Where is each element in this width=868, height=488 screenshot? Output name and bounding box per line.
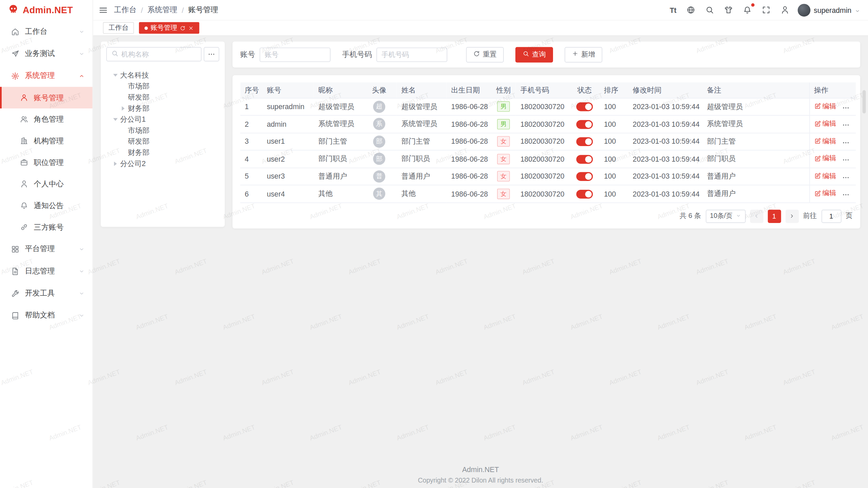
status-toggle[interactable] xyxy=(576,137,593,146)
sidebar-subitem-4[interactable]: 职位管理 xyxy=(0,151,93,173)
reset-button[interactable]: 重置 xyxy=(466,47,504,62)
cell-sort: 100 xyxy=(599,98,628,115)
status-toggle[interactable] xyxy=(576,155,593,163)
edit-button[interactable]: 编辑 xyxy=(814,154,836,163)
edit-button[interactable]: 编辑 xyxy=(814,189,836,198)
header-search-icon[interactable] xyxy=(705,5,714,15)
ellipsis-icon xyxy=(842,156,849,164)
sidebar-menu: 工作台业务测试系统管理账号管理角色管理机构管理职位管理个人中心通知公告三方账号平… xyxy=(0,20,93,326)
chevron-down-icon xyxy=(79,246,85,252)
logo-mark-icon xyxy=(8,4,19,15)
sidebar-item-4[interactable]: 平台管理 xyxy=(0,238,93,260)
sidebar-subitem-7[interactable]: 三方账号 xyxy=(0,216,93,238)
header-theme-icon[interactable] xyxy=(724,5,733,15)
cell-modified-time: 2023-01-03 10:59:44 xyxy=(628,115,703,133)
account-filter-input[interactable] xyxy=(260,47,331,62)
status-toggle[interactable] xyxy=(576,102,593,111)
more-actions-button[interactable] xyxy=(842,191,849,199)
sidebar-subitem-2[interactable]: 角色管理 xyxy=(0,108,93,130)
sidebar-item-2[interactable]: 业务测试 xyxy=(0,43,93,65)
more-actions-button[interactable] xyxy=(842,104,849,112)
cell-nickname: 普通用户 xyxy=(314,168,361,185)
home-icon xyxy=(11,27,19,36)
book-icon xyxy=(11,311,19,319)
column-header-13: 操作 xyxy=(809,82,856,98)
more-actions-button[interactable] xyxy=(842,139,849,146)
header-font-size-icon[interactable]: Tt xyxy=(670,5,676,15)
cell-actions: 编辑 xyxy=(809,133,856,150)
tree-node[interactable]: 市场部 xyxy=(106,125,219,136)
tree-node[interactable]: 市场部 xyxy=(106,81,219,92)
sidebar-item-7[interactable]: 帮助文档 xyxy=(0,304,93,326)
tab-1[interactable]: 工作台 xyxy=(103,22,134,34)
edit-icon xyxy=(814,173,821,180)
next-page-button[interactable] xyxy=(785,209,798,223)
add-button[interactable]: 新增 xyxy=(565,47,602,62)
breadcrumb-item[interactable]: 工作台 xyxy=(114,5,136,15)
scrollbar-thumb[interactable] xyxy=(863,90,866,114)
tree-node-label: 研发部 xyxy=(128,137,150,146)
column-header-12: 备注 xyxy=(703,82,809,98)
header-notification-bell-icon[interactable] xyxy=(742,5,752,15)
tree-node[interactable]: 分公司1 xyxy=(106,114,219,125)
sidebar-item-3[interactable]: 系统管理 xyxy=(0,65,93,87)
phone-filter-input[interactable] xyxy=(376,47,447,62)
cell-sort: 100 xyxy=(599,168,628,185)
sidebar-subitem-5[interactable]: 个人中心 xyxy=(0,173,93,195)
cell-remark: 部门主管 xyxy=(703,133,809,150)
sidebar-subitem-1[interactable]: 账号管理 xyxy=(0,87,93,108)
org-search-input[interactable] xyxy=(121,50,197,58)
edit-icon xyxy=(814,120,821,127)
filter-bar: 账号 手机号码 重置 查询 xyxy=(233,41,860,67)
edit-button[interactable]: 编辑 xyxy=(814,119,836,128)
page-size-select[interactable]: 10条/页 xyxy=(706,209,746,223)
header-fullscreen-icon[interactable] xyxy=(761,5,771,15)
logo[interactable]: Admin.NET xyxy=(0,0,93,20)
sidebar-item-5[interactable]: 日志管理 xyxy=(0,260,93,282)
column-header-11: 修改时间 xyxy=(628,82,703,98)
header-profile-icon[interactable] xyxy=(780,5,790,15)
tree-node[interactable]: 研发部 xyxy=(106,92,219,103)
user-menu[interactable]: superadmin xyxy=(798,4,860,17)
org-more-button[interactable] xyxy=(204,47,219,61)
breadcrumb-item[interactable]: 系统管理 xyxy=(147,5,177,15)
hamburger-menu-icon[interactable] xyxy=(99,5,108,15)
tree-node[interactable]: 大名科技 xyxy=(106,70,219,81)
tree-node[interactable]: 财务部 xyxy=(106,147,219,158)
status-toggle[interactable] xyxy=(576,120,593,129)
goto-page-input[interactable] xyxy=(821,209,841,223)
status-toggle[interactable] xyxy=(576,172,593,181)
sidebar-subitem-label: 通知公告 xyxy=(34,201,64,210)
tab-refresh-icon[interactable] xyxy=(180,25,185,30)
edit-button[interactable]: 编辑 xyxy=(814,102,836,111)
column-header-10: 排序 xyxy=(599,82,628,98)
sidebar-subitem-3[interactable]: 机构管理 xyxy=(0,130,93,152)
tree-node[interactable]: 分公司2 xyxy=(106,158,219,169)
prev-page-button[interactable] xyxy=(750,209,763,223)
user-avatar[interactable] xyxy=(798,4,811,17)
edit-icon xyxy=(814,190,821,197)
more-actions-button[interactable] xyxy=(842,121,849,129)
building-icon xyxy=(20,137,28,145)
status-toggle[interactable] xyxy=(576,189,593,198)
search-button[interactable]: 查询 xyxy=(515,47,553,62)
sidebar-item-6[interactable]: 开发工具 xyxy=(0,282,93,304)
tab-2[interactable]: 账号管理 xyxy=(139,22,199,34)
edit-button[interactable]: 编辑 xyxy=(814,137,836,146)
edit-button[interactable]: 编辑 xyxy=(814,171,836,181)
page-number-button[interactable]: 1 xyxy=(768,209,781,223)
cell-index: 6 xyxy=(240,185,262,202)
header: 工作台 / 系统管理 / 账号管理 Tt superadmin xyxy=(93,0,868,20)
cell-modified-time: 2023-01-03 10:59:44 xyxy=(628,150,703,167)
tree-node[interactable]: 研发部 xyxy=(106,136,219,147)
ellipsis-icon xyxy=(842,121,849,129)
sidebar-subitem-6[interactable]: 通知公告 xyxy=(0,195,93,217)
header-language-icon[interactable] xyxy=(686,5,695,15)
tree-node[interactable]: 财务部 xyxy=(106,103,219,114)
more-actions-button[interactable] xyxy=(842,174,849,181)
sidebar-item-1[interactable]: 工作台 xyxy=(0,20,93,42)
tab-close-icon[interactable] xyxy=(188,25,194,30)
cell-actions: 编辑 xyxy=(809,168,856,185)
more-actions-button[interactable] xyxy=(842,156,849,164)
cell-remark: 普通用户 xyxy=(703,168,809,185)
